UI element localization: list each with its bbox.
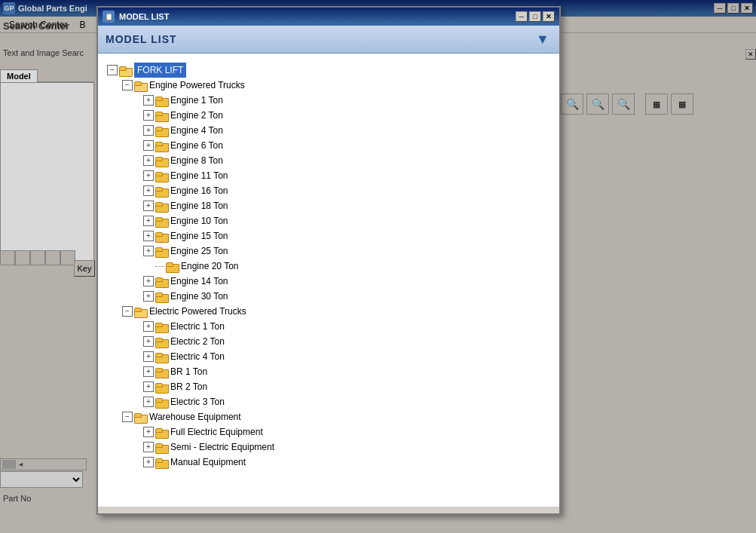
expand-semi-electric[interactable]: + <box>143 442 154 452</box>
expand-electric-powered[interactable]: − <box>122 306 133 317</box>
node-label-engine-powered[interactable]: Engine Powered Trucks <box>149 78 245 93</box>
expand-forklift[interactable]: − <box>107 65 118 75</box>
expand-engine-25ton[interactable]: + <box>143 246 154 256</box>
expand-br-2ton[interactable]: + <box>143 381 154 392</box>
expand-engine-powered[interactable]: − <box>122 80 133 90</box>
node-label-electric-powered[interactable]: Electric Powered Trucks <box>149 304 246 319</box>
tree-node-semi-electric[interactable]: + Semi - Electric Equipment <box>143 440 550 455</box>
modal-maximize-button[interactable]: □ <box>529 11 541 22</box>
tree-node-engine-10ton[interactable]: + Engine 10 Ton <box>143 213 550 228</box>
expand-engine-8ton[interactable]: + <box>143 155 154 166</box>
tree-node-electric-1ton[interactable]: + Electric 1 Ton <box>143 319 550 334</box>
tree-node-engine-18ton[interactable]: + Engine 18 Ton <box>143 198 550 213</box>
node-label-engine-4ton[interactable]: Engine 4 Ton <box>170 123 223 138</box>
tree-node-full-electric[interactable]: + Full Electric Equipment <box>143 424 550 440</box>
expand-engine-4ton[interactable]: + <box>143 125 154 136</box>
expand-engine-14ton[interactable]: + <box>143 276 154 286</box>
node-label-engine-10ton[interactable]: Engine 10 Ton <box>170 213 228 228</box>
tree-node-engine-8ton[interactable]: + Engine 8 Ton <box>143 153 550 168</box>
node-label-electric-1ton[interactable]: Electric 1 Ton <box>170 319 225 334</box>
expand-electric-1ton[interactable]: + <box>143 321 154 332</box>
tree-node-electric-powered[interactable]: − Electric Powered Trucks <box>122 304 550 319</box>
node-label-br-1ton[interactable]: BR 1 Ton <box>170 364 207 379</box>
modal-body[interactable]: − FORK LIFT − Engine Powered Trucks + En… <box>98 54 559 507</box>
node-label-engine-1ton[interactable]: Engine 1 Ton <box>170 93 223 108</box>
expand-engine-11ton[interactable]: + <box>143 170 154 181</box>
tree-node-engine-4ton[interactable]: + Engine 4 Ton <box>143 123 550 138</box>
expand-engine-15ton[interactable]: + <box>143 231 154 241</box>
expand-warehouse[interactable]: − <box>122 412 133 422</box>
tree-node-engine-25ton[interactable]: + Engine 25 Ton <box>143 244 550 259</box>
expand-br-1ton[interactable]: + <box>143 366 154 377</box>
tree-node-manual[interactable]: + Manual Equipment <box>143 455 550 470</box>
electric-children: + Electric 1 Ton + Electric 2 Ton + Elec… <box>122 319 550 409</box>
node-label-electric-4ton[interactable]: Electric 4 Ton <box>170 349 225 364</box>
node-label-engine-30ton[interactable]: Engine 30 Ton <box>170 289 228 304</box>
folder-icon-engine-20ton <box>166 262 178 271</box>
node-label-forklift[interactable]: FORK LIFT <box>134 63 186 78</box>
folder-icon-engine-25ton <box>155 247 167 256</box>
tree-node-engine-6ton[interactable]: + Engine 6 Ton <box>143 138 550 153</box>
expand-full-electric[interactable]: + <box>143 427 154 437</box>
node-label-engine-16ton[interactable]: Engine 16 Ton <box>170 183 228 198</box>
folder-icon-engine-11ton <box>155 171 167 181</box>
node-label-full-electric[interactable]: Full Electric Equipment <box>170 424 263 440</box>
tree-node-engine-30ton[interactable]: + Engine 30 Ton <box>143 289 550 304</box>
folder-icon-electric-powered <box>134 307 146 317</box>
expand-engine-18ton[interactable]: + <box>143 201 154 211</box>
tree-node-engine-14ton[interactable]: + Engine 14 Ton <box>143 274 550 289</box>
tree-node-warehouse[interactable]: − Warehouse Equipment <box>122 409 550 424</box>
node-label-engine-11ton[interactable]: Engine 11 Ton <box>170 168 228 183</box>
folder-icon-electric-4ton <box>155 352 167 362</box>
tree-node-engine-powered[interactable]: − Engine Powered Trucks <box>122 78 550 93</box>
node-label-engine-25ton[interactable]: Engine 25 Ton <box>170 244 228 259</box>
tree-node-engine-11ton[interactable]: + Engine 11 Ton <box>143 168 550 183</box>
node-label-engine-14ton[interactable]: Engine 14 Ton <box>170 274 228 289</box>
node-label-engine-15ton[interactable]: Engine 15 Ton <box>170 228 228 244</box>
node-label-engine-8ton[interactable]: Engine 8 Ton <box>170 153 223 168</box>
tree-node-forklift[interactable]: − FORK LIFT <box>107 63 550 78</box>
expand-manual[interactable]: + <box>143 457 154 467</box>
tree-node-electric-4ton[interactable]: + Electric 4 Ton <box>143 349 550 364</box>
tree-node-engine-1ton[interactable]: + Engine 1 Ton <box>143 93 550 108</box>
node-label-warehouse[interactable]: Warehouse Equipment <box>149 409 241 424</box>
folder-icon-electric-3ton <box>155 397 167 407</box>
expand-electric-4ton[interactable]: + <box>143 351 154 362</box>
expand-engine-16ton[interactable]: + <box>143 185 154 196</box>
node-label-manual[interactable]: Manual Equipment <box>170 455 246 470</box>
tree-node-electric-3ton[interactable]: + Electric 3 Ton <box>143 394 550 409</box>
modal-close-button[interactable]: ✕ <box>543 11 555 22</box>
node-label-electric-3ton[interactable]: Electric 3 Ton <box>170 394 225 409</box>
expand-electric-3ton[interactable]: + <box>143 397 154 407</box>
expand-engine-1ton[interactable]: + <box>143 95 154 106</box>
tree-node-engine-20ton[interactable]: Engine 20 Ton <box>143 259 550 274</box>
expand-engine-10ton[interactable]: + <box>143 216 154 226</box>
node-label-semi-electric[interactable]: Semi - Electric Equipment <box>170 440 274 455</box>
folder-icon-full-electric <box>155 427 167 437</box>
folder-icon-electric-2ton <box>155 337 167 347</box>
expand-engine-2ton[interactable]: + <box>143 110 154 121</box>
node-label-electric-2ton[interactable]: Electric 2 Ton <box>170 334 225 349</box>
tree-node-engine-16ton[interactable]: + Engine 16 Ton <box>143 183 550 198</box>
modal-header-dropdown-icon[interactable]: ▼ <box>534 30 552 48</box>
modal-titlebar: 📋 MODEL LIST ─ □ ✕ <box>98 8 559 26</box>
node-label-engine-18ton[interactable]: Engine 18 Ton <box>170 198 228 213</box>
expand-engine-6ton[interactable]: + <box>143 140 154 151</box>
node-label-engine-20ton[interactable]: Engine 20 Ton <box>181 259 239 274</box>
expand-electric-2ton[interactable]: + <box>143 336 154 347</box>
tree-node-electric-2ton[interactable]: + Electric 2 Ton <box>143 334 550 349</box>
node-label-engine-6ton[interactable]: Engine 6 Ton <box>170 138 223 153</box>
model-list-modal: 📋 MODEL LIST ─ □ ✕ MODEL LIST ▼ − FORK L… <box>96 6 561 515</box>
folder-icon-engine-1ton <box>155 96 167 106</box>
tree-node-br-2ton[interactable]: + BR 2 Ton <box>143 379 550 394</box>
expand-engine-30ton[interactable]: + <box>143 291 154 302</box>
modal-minimize-button[interactable]: ─ <box>516 11 528 22</box>
tree-node-engine-2ton[interactable]: + Engine 2 Ton <box>143 108 550 123</box>
tree-node-br-1ton[interactable]: + BR 1 Ton <box>143 364 550 379</box>
tree-node-engine-15ton[interactable]: + Engine 15 Ton <box>143 228 550 244</box>
folder-icon-engine-6ton <box>155 141 167 151</box>
node-label-br-2ton[interactable]: BR 2 Ton <box>170 379 207 394</box>
node-label-engine-2ton[interactable]: Engine 2 Ton <box>170 108 223 123</box>
modal-header: MODEL LIST ▼ <box>98 26 559 54</box>
folder-icon-warehouse <box>134 412 146 422</box>
